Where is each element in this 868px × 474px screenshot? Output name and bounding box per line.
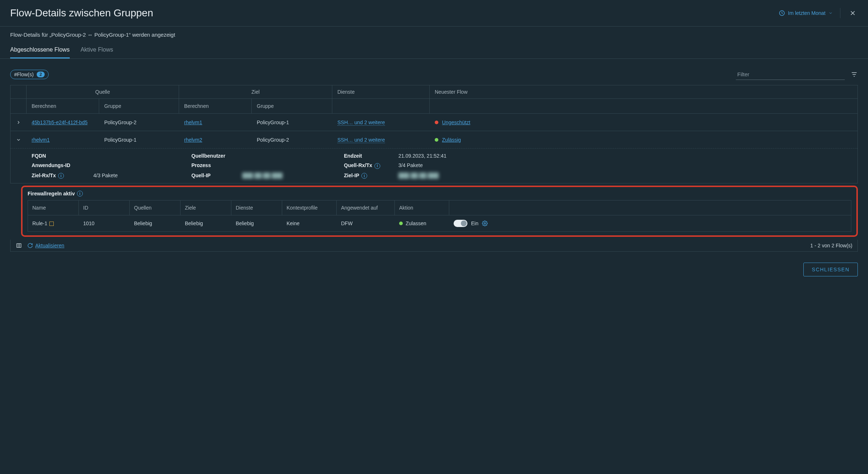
- fw-col-dests: Ziele: [181, 200, 231, 215]
- fw-col-action: Aktion: [395, 200, 449, 215]
- fw-rule-profiles: Keine: [282, 216, 337, 231]
- close-main-button[interactable]: SCHLIESSEN: [803, 263, 858, 276]
- detail-value-src-ip: ███.██.██.███: [242, 173, 344, 179]
- column-toggle-icon[interactable]: [16, 243, 22, 248]
- pagination-text: 1 - 2 von 2 Flow(s): [810, 243, 852, 248]
- fw-rule-action: Zulassen: [406, 220, 426, 226]
- dest-group: PolicyGroup-2: [252, 133, 332, 147]
- col-services: Dienste: [332, 85, 430, 98]
- time-range-selector[interactable]: Im letzten Monat: [779, 10, 833, 16]
- detail-value-end-time: 21.09.2023, 21:52:41: [398, 153, 852, 159]
- flows-table: Quelle Ziel Dienste Neuester Flow Berech…: [10, 85, 858, 183]
- svg-point-1: [484, 223, 486, 224]
- col-newest: Neuester Flow: [430, 85, 857, 98]
- detail-label-src-user: Quellbenutzer: [191, 153, 242, 159]
- col-group-dest: Ziel: [179, 85, 332, 98]
- info-icon[interactable]: i: [374, 163, 380, 169]
- detail-label-dst-rxtx: Ziel-Rx/Txi: [32, 173, 93, 179]
- firewall-row: Rule-1 1010 Beliebig Beliebig Beliebig K…: [28, 215, 851, 231]
- fw-col-applied: Angewendet auf: [337, 200, 395, 215]
- source-group: PolicyGroup-2: [99, 115, 179, 130]
- status-link[interactable]: Ungeschützt: [442, 119, 470, 125]
- fw-rule-services: Beliebig: [231, 216, 282, 231]
- services-link[interactable]: SSH… und 2 weitere: [337, 119, 385, 126]
- detail-label-process: Prozess: [191, 162, 242, 169]
- detail-value-dst-rxtx: 4/3 Pakete: [93, 173, 191, 179]
- status-link[interactable]: Zulässig: [442, 137, 461, 143]
- services-link[interactable]: SSH… und 2 weitere: [337, 137, 385, 143]
- expand-row-button[interactable]: [11, 116, 27, 129]
- source-compute-link[interactable]: rhelvm1: [32, 137, 50, 143]
- detail-value-process: [242, 162, 344, 169]
- detail-label-fqdn: FQDN: [32, 153, 93, 159]
- close-button[interactable]: [848, 8, 858, 18]
- fw-col-id: ID: [79, 200, 130, 215]
- detail-value-fqdn: [93, 153, 191, 159]
- flow-count-badge[interactable]: #Flow(s) 2: [10, 70, 49, 79]
- clock-icon: [779, 10, 785, 16]
- fw-col-profiles: Kontextprofile: [282, 200, 337, 215]
- detail-label-end-time: Endzeit: [344, 153, 398, 159]
- detail-value-src-rxtx: 3/4 Pakete: [398, 162, 852, 169]
- fw-rule-sources: Beliebig: [130, 216, 181, 231]
- firewall-rules-highlight: Firewallregeln aktiv i Name ID Quellen Z…: [21, 186, 858, 237]
- page-title: Flow-Details zwischen Gruppen: [10, 7, 153, 19]
- fw-rule-id: 1010: [79, 216, 130, 231]
- table-row: 45b137b5-e24f-412f-bd5 PolicyGroup-2 rhe…: [11, 114, 857, 131]
- dest-group: PolicyGroup-1: [252, 115, 332, 130]
- filter-input[interactable]: [736, 69, 845, 80]
- fw-rule-applied: DFW: [337, 216, 395, 231]
- chevron-right-icon: [16, 120, 21, 125]
- fw-col-sources: Quellen: [130, 200, 181, 215]
- status-dot-icon: [435, 138, 438, 142]
- info-icon[interactable]: i: [361, 173, 367, 179]
- dest-compute-link[interactable]: rhelvm2: [184, 137, 202, 143]
- col-group-source: Quelle: [27, 85, 179, 98]
- close-icon: [849, 9, 856, 17]
- status-dot-icon: [435, 121, 438, 124]
- flow-count-value: 2: [37, 72, 45, 77]
- firewall-title: Firewallregeln aktiv i: [28, 191, 851, 197]
- refresh-label: Aktualisieren: [35, 243, 64, 248]
- action-dot-icon: [399, 222, 403, 225]
- svg-rect-2: [17, 244, 21, 248]
- col-source-group: Gruppe: [99, 99, 179, 113]
- rule-icon: [49, 222, 54, 226]
- detail-label-src-ip: Quell-IP: [191, 173, 242, 179]
- refresh-icon: [27, 243, 33, 248]
- table-row: rhelvm1 PolicyGroup-1 rhelvm2 PolicyGrou…: [11, 131, 857, 149]
- col-source-compute: Berechnen: [27, 99, 99, 113]
- tab-completed-flows[interactable]: Abgeschlossene Flows: [10, 43, 70, 58]
- fw-col-name: Name: [28, 200, 79, 215]
- refresh-button[interactable]: Aktualisieren: [27, 243, 64, 248]
- info-icon[interactable]: i: [77, 191, 83, 197]
- fw-rule-dests: Beliebig: [181, 216, 231, 231]
- col-dest-group: Gruppe: [252, 99, 332, 113]
- detail-value-src-user: [242, 153, 344, 159]
- detail-label-app-id: Anwendungs-ID: [32, 162, 93, 169]
- row-detail-panel: FQDN Quellbenutzer Endzeit 21.09.2023, 2…: [11, 149, 857, 183]
- chevron-down-icon: [828, 11, 833, 15]
- detail-value-app-id: [93, 162, 191, 169]
- dest-compute-link[interactable]: rhelvm1: [184, 119, 202, 125]
- tab-active-flows[interactable]: Aktive Flows: [81, 43, 113, 58]
- toggle-label: Ein: [471, 220, 478, 226]
- chevron-down-icon: [16, 137, 21, 142]
- detail-label-dst-ip: Ziel-IPi: [344, 173, 398, 179]
- firewall-table: Name ID Quellen Ziele Dienste Kontextpro…: [28, 200, 851, 232]
- subheader-text: Flow-Details für „PolicyGroup-2 ↔ Policy…: [0, 27, 868, 43]
- col-dest-compute: Berechnen: [179, 99, 252, 113]
- divider: [840, 8, 840, 18]
- rule-enable-toggle[interactable]: [454, 220, 467, 227]
- detail-label-src-rxtx: Quell-Rx/Txi: [344, 162, 398, 169]
- source-compute-link[interactable]: 45b137b5-e24f-412f-bd5: [32, 119, 88, 125]
- detail-value-dst-ip: ███.██.██.███: [398, 173, 852, 179]
- gear-icon[interactable]: [482, 220, 488, 226]
- fw-col-services: Dienste: [231, 200, 282, 215]
- filter-icon[interactable]: [851, 71, 858, 78]
- fw-rule-name: Rule-1: [28, 216, 79, 231]
- info-icon[interactable]: i: [58, 173, 64, 179]
- collapse-row-button[interactable]: [11, 133, 27, 147]
- flow-count-label: #Flow(s): [14, 72, 34, 77]
- source-group: PolicyGroup-1: [99, 133, 179, 147]
